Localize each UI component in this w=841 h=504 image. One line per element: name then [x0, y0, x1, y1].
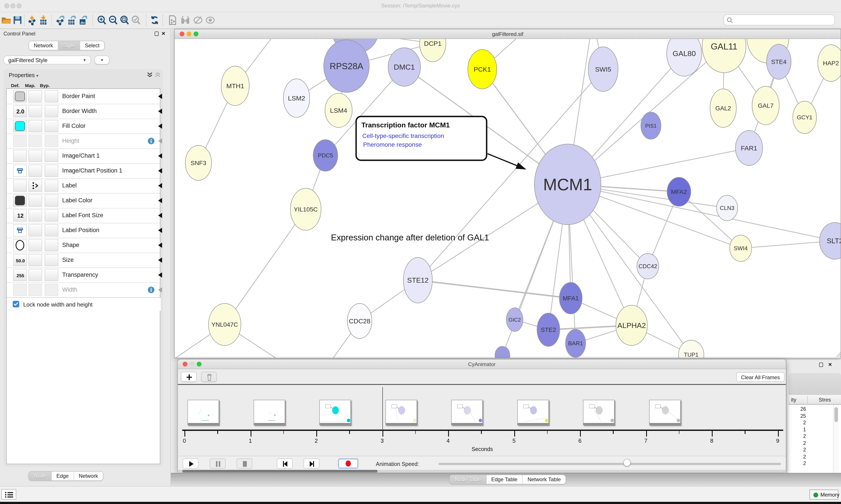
- timeline-scrollbar[interactable]: [178, 470, 786, 472]
- map-cell[interactable]: [29, 224, 42, 236]
- property-row[interactable]: Border Paint: [6, 89, 160, 104]
- property-row[interactable]: Height: [6, 133, 160, 149]
- record-button[interactable]: [338, 458, 358, 469]
- cyanimator-titlebar[interactable]: CyAnimator: [178, 360, 786, 369]
- def-cell[interactable]: [13, 194, 27, 207]
- map-cell[interactable]: [29, 120, 42, 132]
- frame-thumbnail-2[interactable]: [319, 400, 351, 425]
- style-options-button[interactable]: ▼: [95, 56, 109, 65]
- def-cell[interactable]: [13, 180, 27, 192]
- delete-frame-button[interactable]: [201, 372, 217, 382]
- property-row[interactable]: Label Position: [6, 223, 160, 238]
- property-row[interactable]: 2.0Border Width: [6, 104, 160, 119]
- def-cell[interactable]: 255: [13, 269, 27, 281]
- property-row[interactable]: Image/Chart 1: [6, 148, 160, 164]
- byp-cell[interactable]: [45, 269, 58, 281]
- byp-cell[interactable]: [45, 194, 58, 207]
- def-cell[interactable]: 12: [13, 209, 27, 221]
- node-fus1[interactable]: [495, 346, 510, 358]
- frame-thumbnail-7[interactable]: [649, 400, 680, 425]
- table-cell[interactable]: 2: [788, 461, 806, 466]
- tab-edge-table[interactable]: Edge Table: [486, 475, 523, 484]
- table-scrollbar[interactable]: [833, 404, 839, 473]
- byp-cell[interactable]: [45, 224, 58, 236]
- properties-header[interactable]: Properties ▾: [9, 72, 38, 78]
- collapse-all-icon[interactable]: [154, 72, 161, 78]
- frame-thumbnail-6[interactable]: [583, 400, 614, 425]
- map-cell[interactable]: [29, 105, 42, 118]
- property-row[interactable]: Label: [6, 178, 160, 194]
- zoom-fit-icon[interactable]: [119, 15, 130, 25]
- expand-row-icon[interactable]: [158, 153, 162, 159]
- byp-cell[interactable]: [45, 135, 58, 147]
- timeline-playhead[interactable]: [382, 387, 382, 435]
- def-cell[interactable]: [13, 224, 27, 236]
- frame-thumbnail-5[interactable]: [517, 400, 549, 425]
- byp-cell[interactable]: [45, 180, 58, 192]
- stop-button[interactable]: [236, 458, 252, 469]
- map-cell[interactable]: [29, 90, 42, 103]
- frames-timeline[interactable]: Seconds 0123456789: [178, 385, 786, 456]
- table-cell[interactable]: 2: [788, 454, 806, 459]
- expand-row-icon[interactable]: [158, 168, 162, 174]
- animation-speed-slider[interactable]: [439, 463, 781, 465]
- edge-yil105c-ynl047c[interactable]: [225, 209, 306, 324]
- tab-select[interactable]: Select: [80, 41, 104, 50]
- style-selector[interactable]: galFiltered Style ▼: [3, 56, 91, 65]
- animation-speed-knob[interactable]: [623, 459, 631, 466]
- import-table-icon[interactable]: [38, 15, 49, 25]
- property-row[interactable]: Fill Color: [6, 119, 160, 134]
- zoom-out-icon[interactable]: [108, 15, 118, 25]
- property-row[interactable]: Width: [6, 283, 160, 298]
- def-cell[interactable]: 50.0: [13, 254, 27, 266]
- expand-row-icon[interactable]: [158, 198, 162, 203]
- tab-network[interactable]: Network: [29, 41, 58, 50]
- clear-all-frames-button[interactable]: Clear All Frames: [736, 372, 785, 382]
- expand-row-icon[interactable]: [158, 213, 162, 218]
- float-panel-icon[interactable]: [155, 32, 159, 36]
- export-network-icon[interactable]: [55, 15, 66, 25]
- def-cell[interactable]: [13, 135, 27, 147]
- column-header[interactable]: Stres: [819, 397, 831, 403]
- map-cell[interactable]: [29, 135, 42, 147]
- info-icon[interactable]: [148, 138, 155, 144]
- play-button[interactable]: [183, 458, 198, 469]
- zoom-selected-icon[interactable]: [130, 15, 141, 25]
- def-cell[interactable]: [13, 150, 27, 162]
- search-network-icon[interactable]: [180, 15, 190, 25]
- network-file-icon[interactable]: [167, 15, 178, 25]
- def-cell[interactable]: 2.0: [13, 105, 27, 118]
- apply-layout-icon[interactable]: [149, 15, 160, 25]
- open-session-icon[interactable]: [1, 15, 12, 25]
- expand-row-icon[interactable]: [158, 94, 162, 99]
- map-cell[interactable]: [29, 254, 42, 266]
- map-cell[interactable]: [29, 269, 42, 281]
- expand-row-icon[interactable]: [158, 109, 162, 114]
- close-panel-icon[interactable]: ×: [162, 31, 165, 36]
- expand-row-icon[interactable]: [158, 183, 162, 188]
- frame-thumbnail-3[interactable]: [385, 400, 417, 425]
- memory-button[interactable]: Memory: [809, 489, 838, 500]
- tab-network-table[interactable]: Network Table: [523, 475, 566, 484]
- map-cell[interactable]: [29, 194, 42, 207]
- map-cell[interactable]: [29, 150, 42, 162]
- show-details-icon[interactable]: [205, 15, 215, 25]
- table-cell[interactable]: 26: [788, 406, 806, 412]
- def-cell[interactable]: [13, 90, 27, 103]
- annotation-link[interactable]: Pheromone response: [363, 141, 422, 148]
- expand-row-icon[interactable]: [158, 138, 162, 144]
- hide-details-icon[interactable]: [193, 15, 203, 25]
- map-cell[interactable]: [29, 180, 42, 192]
- byp-cell[interactable]: [45, 165, 58, 177]
- add-frame-button[interactable]: [181, 372, 197, 382]
- map-cell[interactable]: [29, 209, 42, 221]
- pause-button[interactable]: [210, 458, 226, 469]
- def-cell[interactable]: [13, 239, 27, 251]
- def-cell[interactable]: [13, 120, 27, 132]
- table-cell[interactable]: 1: [788, 427, 806, 432]
- byp-cell[interactable]: [45, 150, 58, 162]
- tab-network[interactable]: Network: [74, 472, 103, 480]
- table-cell[interactable]: 25: [788, 413, 806, 418]
- table-cell[interactable]: 2: [788, 433, 806, 439]
- expand-row-icon[interactable]: [158, 124, 162, 129]
